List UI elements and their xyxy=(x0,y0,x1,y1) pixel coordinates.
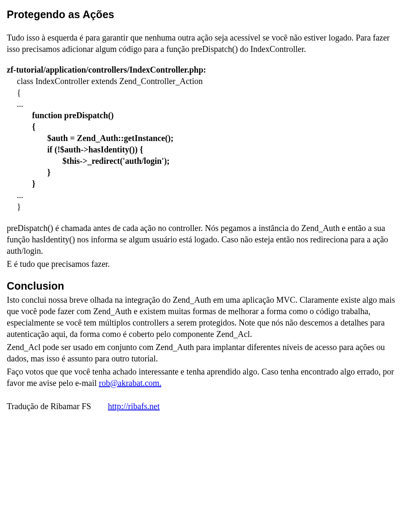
code-line: if (!$auth->hasIdentity()) { xyxy=(17,144,398,155)
conclusion-paragraph-3: Faço votos que que você tenha achado int… xyxy=(7,366,398,389)
code-line: $this->_redirect('auth/login'); xyxy=(17,155,398,167)
code-line: } xyxy=(17,178,398,190)
heading-protegendo: Protegendo as Ações xyxy=(7,8,398,22)
code-line: } xyxy=(17,201,398,212)
code-line: class IndexController extends Zend_Contr… xyxy=(17,76,398,87)
explain-paragraph-2: E é tudo que precisamos fazer. xyxy=(7,258,398,270)
email-link[interactable]: rob@akrabat.com. xyxy=(99,378,161,388)
code-line: } xyxy=(17,167,398,178)
code-line: { xyxy=(17,87,398,98)
code-block: class IndexController extends Zend_Contr… xyxy=(17,76,398,212)
code-line: { xyxy=(17,121,398,133)
code-line: ... xyxy=(17,98,398,110)
translator-credit: Tradução de Ribamar FS xyxy=(7,402,91,411)
footer: Tradução de Ribamar FShttp://ribafs.net xyxy=(7,401,398,412)
code-line: $auth = Zend_Auth::getInstance(); xyxy=(17,133,398,144)
explain-paragraph-1: preDispatch() é chamada antes de cada aç… xyxy=(7,223,398,257)
conclusion-text: Faço votos que que você tenha achado int… xyxy=(7,367,394,388)
code-line: function preDispatch() xyxy=(17,110,398,121)
heading-conclusion: Conclusion xyxy=(7,279,398,293)
conclusion-paragraph-2: Zend_Acl pode ser usado em conjunto com … xyxy=(7,342,398,364)
file-path-label: zf-tutorial/application/controllers/Inde… xyxy=(7,64,398,76)
translator-link[interactable]: http://ribafs.net xyxy=(108,402,160,411)
code-line: ... xyxy=(17,190,398,201)
conclusion-paragraph-1: Isto conclui nossa breve olhada na integ… xyxy=(7,294,398,340)
intro-paragraph: Tudo isso à esquerda é para garantir que… xyxy=(7,32,398,55)
